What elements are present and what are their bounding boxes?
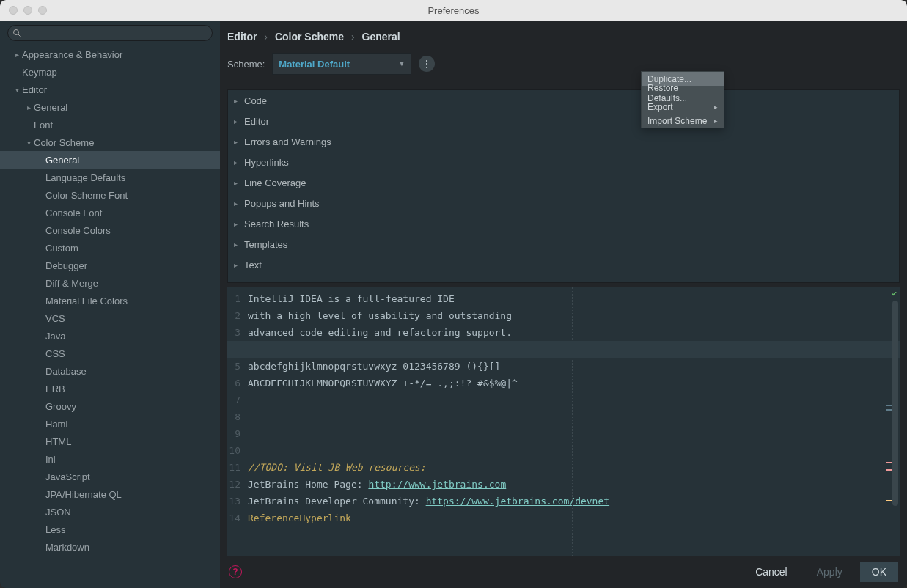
chevron-right-icon: ▸ <box>234 240 244 249</box>
tree-item-label: Ini <box>45 454 56 465</box>
code-line <box>248 392 900 408</box>
search-input[interactable] <box>7 25 213 41</box>
tree-item-label: Groovy <box>45 401 76 412</box>
tree-item-label: General <box>34 102 67 113</box>
tree-item-label: JSON <box>45 507 71 518</box>
line-number: 12 <box>227 476 243 493</box>
tree-item-label: Appearance & Behavior <box>22 49 122 60</box>
category-label: Code <box>244 95 267 106</box>
tree-item[interactable]: JSON <box>0 503 220 521</box>
category-label: Errors and Warnings <box>244 136 331 147</box>
close-window-button[interactable] <box>9 6 18 15</box>
code-line: with a high level of usability and outst… <box>248 307 900 324</box>
category-item[interactable]: ▸Line Coverage <box>228 172 899 193</box>
tree-item[interactable]: JavaScript <box>0 468 220 485</box>
tree-item-label: Debugger <box>45 260 87 271</box>
tree-item-label: Database <box>45 366 87 377</box>
category-item[interactable]: ▸Hyperlinks <box>228 152 899 172</box>
code-line: ReferenceHyperlink <box>248 510 900 526</box>
window-controls <box>0 6 47 15</box>
tree-item[interactable]: CSS <box>0 345 220 362</box>
code-line: IntelliJ IDEA is a full-featured IDE <box>248 290 900 307</box>
tree-item[interactable]: Markdown <box>0 538 220 556</box>
chevron-right-icon: ▸ <box>234 261 244 269</box>
tree-item[interactable]: Console Colors <box>0 221 220 239</box>
tree-item[interactable]: Debugger <box>0 257 220 274</box>
zoom-window-button[interactable] <box>38 6 47 15</box>
line-number: 10 <box>227 442 243 459</box>
code-line <box>248 408 900 425</box>
tree-item[interactable]: ▾Color Scheme <box>0 133 220 151</box>
tree-item[interactable]: Console Font <box>0 204 220 221</box>
tree-item[interactable]: Material File Colors <box>0 292 220 309</box>
chevron-down-icon: ▾ <box>23 139 34 147</box>
tree-item[interactable]: Color Scheme Font <box>0 186 220 204</box>
tree-item[interactable]: Groovy <box>0 397 220 415</box>
scheme-actions-button[interactable]: ⋮ <box>419 56 435 72</box>
editor-gutter: 1234567891011121314 <box>227 287 243 556</box>
code-line: ABCDEFGHIJKLMNOPQRSTUVWXYZ +-*/= .,;:!? … <box>248 375 900 392</box>
category-label: Editor <box>244 116 269 127</box>
tree-item-label: Color Scheme <box>34 137 94 148</box>
code-line <box>248 425 900 442</box>
scheme-dropdown[interactable]: Material Default ▼ <box>272 53 411 75</box>
tree-item[interactable]: VCS <box>0 309 220 327</box>
cancel-button[interactable]: Cancel <box>743 562 799 582</box>
tree-item[interactable]: Keymap <box>0 63 220 81</box>
sidebar: ▸Appearance & BehaviorKeymap▾Editor▸Gene… <box>0 21 220 588</box>
category-item[interactable]: ▸Popups and Hints <box>228 193 899 213</box>
tree-item[interactable]: Haml <box>0 415 220 433</box>
categories-list[interactable]: ▸Code▸Editor▸Errors and Warnings▸Hyperli… <box>227 89 900 283</box>
category-label: Popups and Hints <box>244 198 320 209</box>
editor-scrollbar[interactable] <box>891 290 900 553</box>
tree-item-label: JPA/Hibernate QL <box>45 489 122 500</box>
footer: ? Cancel Apply OK <box>220 556 907 588</box>
tree-item[interactable]: ▾Editor <box>0 81 220 98</box>
category-item[interactable]: ▸Text <box>228 254 899 275</box>
line-number: 14 <box>227 510 243 526</box>
breadcrumb-part: General <box>362 31 400 43</box>
tree-item-label: Custom <box>45 243 78 254</box>
tree-item[interactable]: Less <box>0 521 220 538</box>
line-number: 11 <box>227 459 243 476</box>
help-button[interactable]: ? <box>229 565 242 578</box>
tree-item[interactable]: Database <box>0 362 220 380</box>
category-item[interactable]: ▸Search Results <box>228 213 899 234</box>
ok-button[interactable]: OK <box>860 562 898 582</box>
tree-item[interactable]: ▸General <box>0 98 220 116</box>
tree-item[interactable]: General <box>0 151 220 169</box>
category-item[interactable]: ▸Editor <box>228 111 899 131</box>
line-number: 7 <box>227 392 243 408</box>
tree-item[interactable]: Custom <box>0 239 220 257</box>
tree-item[interactable]: Language Defaults <box>0 169 220 186</box>
menu-item[interactable]: Import Scheme▸ <box>642 114 724 128</box>
tree-item-label: JavaScript <box>45 471 90 482</box>
settings-tree[interactable]: ▸Appearance & BehaviorKeymap▾Editor▸Gene… <box>0 45 220 588</box>
line-number: 13 <box>227 493 243 510</box>
tree-item[interactable]: ERB <box>0 380 220 397</box>
tree-item-label: Language Defaults <box>45 172 125 183</box>
menu-item-label: Export <box>647 102 673 112</box>
minimize-window-button[interactable] <box>23 6 32 15</box>
line-number: 3 <box>227 324 243 341</box>
tree-item-label: Markdown <box>45 542 89 553</box>
menu-item[interactable]: Restore Defaults... <box>642 86 724 100</box>
category-item[interactable]: ▸Errors and Warnings <box>228 131 899 152</box>
tree-item[interactable]: JPA/Hibernate QL <box>0 485 220 503</box>
tree-item[interactable]: Ini <box>0 450 220 468</box>
tree-item[interactable]: Diff & Merge <box>0 274 220 292</box>
scheme-label: Scheme: <box>227 59 265 70</box>
category-item[interactable]: ▸Templates <box>228 234 899 254</box>
tree-item[interactable]: ▸Appearance & Behavior <box>0 45 220 63</box>
apply-button[interactable]: Apply <box>805 562 854 582</box>
tree-item[interactable]: Font <box>0 116 220 133</box>
tree-item[interactable]: HTML <box>0 433 220 450</box>
line-number: 2 <box>227 307 243 324</box>
tree-item[interactable]: Java <box>0 327 220 345</box>
search-wrap <box>0 21 220 45</box>
scroll-thumb[interactable] <box>892 301 898 506</box>
code-line: advanced code editing and refactoring su… <box>248 324 900 341</box>
chevron-right-icon: ▸ <box>234 117 244 125</box>
window-title: Preferences <box>0 5 907 16</box>
category-item[interactable]: ▸Code <box>228 90 899 111</box>
